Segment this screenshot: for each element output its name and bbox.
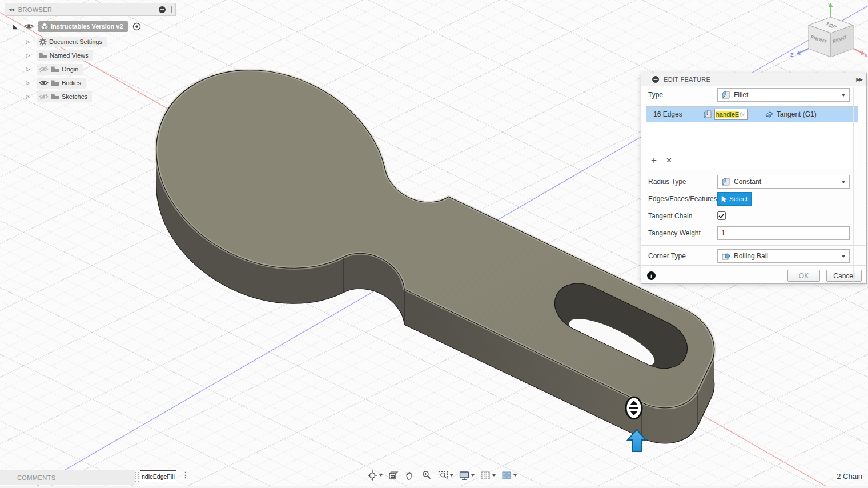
radius-type-value: Constant: [734, 178, 761, 186]
dialog-title: EDIT FEATURE: [664, 76, 856, 83]
corner-type-label: Corner Type: [648, 249, 686, 263]
z-axis-label: Z: [790, 52, 794, 58]
dialog-header[interactable]: EDIT FEATURE ▶▶: [641, 73, 866, 86]
fit-tool[interactable]: [437, 470, 453, 481]
activate-component-radio[interactable]: [132, 22, 141, 31]
chevron-down-icon[interactable]: [379, 474, 383, 477]
ok-button[interactable]: OK: [787, 270, 820, 282]
timeline-track: [0, 486, 868, 488]
select-label: Edges/Faces/Features: [648, 192, 717, 206]
expand-collapse-icon[interactable]: ◣: [11, 23, 19, 30]
collapse-dialog-icon[interactable]: [652, 75, 660, 83]
chevron-down-icon: [841, 181, 846, 183]
browser-title: BROWSER: [18, 6, 158, 13]
timeline-options-kebab-icon[interactable]: ⋮: [182, 470, 190, 479]
visibility-eye-icon[interactable]: [39, 79, 49, 86]
browser-row-root[interactable]: ◣ Instructables Version v2: [11, 21, 141, 32]
continuity-value: Tangent (G1): [777, 110, 817, 118]
cancel-button[interactable]: Cancel: [826, 270, 862, 282]
grid-icon[interactable]: [480, 470, 491, 481]
item-label: Origin: [62, 66, 78, 73]
edit-feature-dialog: EDIT FEATURE ▶▶ Type Fillet 16 Edges han…: [641, 73, 867, 284]
fillet-radius-handle[interactable]: [626, 397, 642, 419]
remove-edge-set-button[interactable]: ✕: [666, 155, 672, 165]
select-button[interactable]: Select: [717, 192, 752, 206]
display-settings-tool[interactable]: [459, 470, 475, 481]
y-axis-label: Y: [828, 2, 831, 8]
visibility-eye-off-icon[interactable]: [39, 66, 49, 73]
orbit-icon[interactable]: [367, 470, 378, 481]
grid-and-snaps-tool[interactable]: [480, 470, 496, 481]
fillet-icon: [703, 110, 712, 119]
expand-arrow-icon[interactable]: ▷: [24, 80, 32, 86]
expand-arrow-icon[interactable]: ▷: [24, 66, 32, 72]
display-settings-icon[interactable]: [459, 470, 470, 481]
browser-header[interactable]: ◀◀ BROWSER: [5, 3, 176, 16]
radius-type-dropdown[interactable]: Constant: [717, 175, 850, 189]
orbit-tool[interactable]: [367, 470, 383, 481]
zoom-icon[interactable]: [421, 470, 432, 481]
folder-icon: [51, 66, 59, 73]
folder-icon: [39, 52, 47, 59]
chevron-down-icon: [841, 255, 846, 258]
minimize-circle-icon[interactable]: [158, 6, 166, 14]
browser-row-origin[interactable]: ▷ Origin: [24, 63, 83, 75]
visibility-eye-icon[interactable]: [24, 23, 34, 30]
radius-type-label: Radius Type: [648, 175, 686, 189]
folder-icon: [51, 79, 59, 86]
radius-expression: handleE: [716, 111, 739, 118]
browser-root-item[interactable]: Instructables Version v2: [38, 21, 128, 32]
info-icon[interactable]: i: [647, 271, 656, 280]
viewcube[interactable]: TOP FRONT RIGHT Y Z X: [790, 2, 867, 58]
tangency-weight-input[interactable]: [717, 226, 850, 240]
x-axis-label: X: [864, 53, 867, 58]
look-at-icon[interactable]: [388, 470, 399, 481]
fillet-radius-input[interactable]: handleE fx: [714, 109, 748, 120]
corner-type-dropdown[interactable]: Rolling Ball: [717, 249, 850, 263]
gear-icon: [39, 38, 47, 46]
chevron-down-icon[interactable]: [492, 474, 496, 477]
fillet-icon: [721, 90, 730, 99]
comments-resize-grip[interactable]: [135, 472, 139, 482]
pan-hand-icon[interactable]: [404, 470, 416, 481]
edge-set-list[interactable]: 16 Edges handleE fx Tangent (G1) + ✕: [646, 106, 858, 169]
chevron-down-icon[interactable]: [471, 474, 475, 477]
expand-arrow-icon[interactable]: ▷: [24, 53, 32, 58]
tangent-continuity-icon: [765, 110, 774, 119]
look-at-tool[interactable]: [388, 470, 399, 481]
comments-bar[interactable]: COMMENTS: [0, 470, 135, 485]
viewports-icon[interactable]: [501, 470, 512, 481]
pan-tool[interactable]: [404, 470, 416, 481]
item-label: Document Settings: [49, 38, 102, 45]
zoom-tool[interactable]: [421, 470, 432, 481]
fit-icon[interactable]: [437, 470, 449, 481]
feature-rename-input[interactable]: [140, 470, 176, 482]
select-button-label: Select: [729, 195, 748, 202]
navigation-toolbar: [367, 470, 517, 481]
panel-grip[interactable]: [170, 6, 172, 13]
type-label: Type: [648, 88, 663, 102]
browser-row-document-settings[interactable]: ▷ Document Settings: [24, 36, 107, 47]
component-cube-icon: [41, 22, 49, 30]
dock-dialog-icon[interactable]: ▶▶: [856, 77, 862, 82]
browser-row-named-views[interactable]: ▷ Named Views: [24, 50, 93, 61]
chevron-down-icon[interactable]: [450, 474, 453, 477]
type-dropdown[interactable]: Fillet: [717, 88, 850, 102]
expand-arrow-icon[interactable]: ▷: [24, 39, 32, 45]
dialog-scroll-gutter: [853, 87, 854, 283]
fx-suffix: fx: [740, 111, 745, 118]
selection-status: 2 Chain: [837, 472, 862, 481]
collapse-panel-icon[interactable]: ◀◀: [9, 7, 14, 12]
visibility-eye-off-icon[interactable]: [39, 93, 49, 100]
comments-label: COMMENTS: [17, 474, 55, 481]
browser-row-bodies[interactable]: ▷ Bodies: [24, 77, 86, 89]
viewports-tool[interactable]: [501, 470, 517, 481]
tangent-chain-checkbox[interactable]: [717, 211, 726, 220]
tangent-chain-label: Tangent Chain: [648, 209, 692, 223]
browser-row-sketches[interactable]: ▷ Sketches: [24, 91, 92, 102]
add-edge-set-button[interactable]: +: [651, 155, 657, 165]
dialog-grip[interactable]: [646, 76, 648, 83]
chevron-down-icon[interactable]: [513, 474, 517, 477]
edge-set-row[interactable]: 16 Edges handleE fx Tangent (G1): [646, 107, 858, 122]
expand-arrow-icon[interactable]: ▷: [24, 94, 32, 99]
